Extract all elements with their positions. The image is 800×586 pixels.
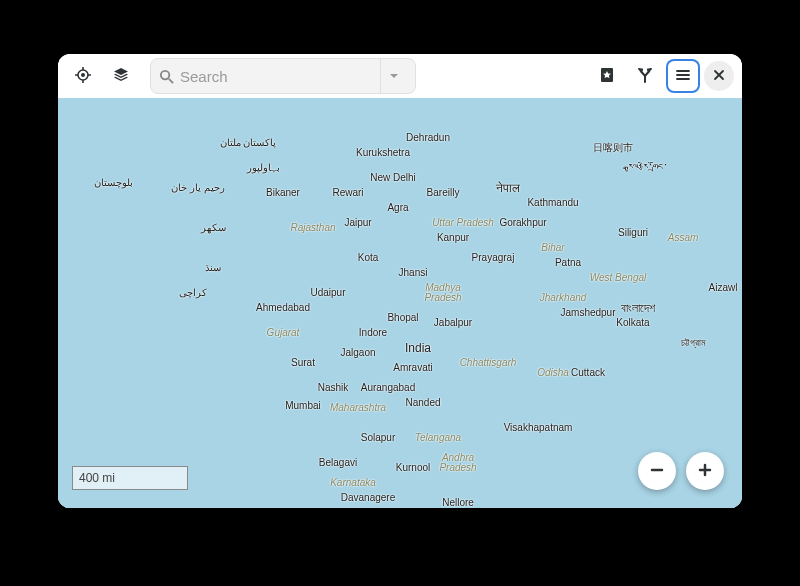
map-label: سنڌ [205,263,221,273]
minus-icon [649,462,665,481]
map-label: বাংলাদেশ [621,302,655,314]
map-label: Kathmandu [527,198,578,208]
header-bar [58,54,742,98]
map-label: Kota [358,253,379,263]
map-label: سکھر [201,223,226,233]
map-label: Indore [359,328,387,338]
map-label: رحيم يار خان [171,183,225,193]
search-input[interactable] [174,68,376,85]
map-label: Gujarat [267,328,300,338]
map-label: 日喀则市 [593,143,633,153]
map-label: Cuttack [571,368,605,378]
scale-label: 400 mi [79,471,115,485]
map-label: Jabalpur [434,318,472,328]
map-label: Belagavi [319,458,357,468]
layers-button[interactable] [104,59,138,93]
search-icon [159,69,174,84]
map-label: Rewari [332,188,363,198]
map-label: Aurangabad [361,383,416,393]
hamburger-icon [675,67,691,86]
map-label: চট্টগ্রাম [681,338,706,348]
map-label: West Bengal [590,273,647,283]
map-label: پاکستان ملتان [220,138,277,148]
plus-icon [697,462,713,481]
map-label: Agra [387,203,408,213]
zoom-in-button[interactable] [686,452,724,490]
map-label: Kolkata [616,318,649,328]
app-window: IndiaनेपालবাংলাদেশRajasthanGujaratMahara… [58,54,742,508]
search-field[interactable] [150,58,416,94]
search-dropdown[interactable] [380,59,407,93]
map-label: New Delhi [370,173,416,183]
map-label: Jamshedpur [560,308,615,318]
bookmark-star-icon [599,67,615,86]
map-label: Surat [291,358,315,368]
map-label: Bikaner [266,188,300,198]
map-label: Assam [668,233,699,243]
map-label: Udaipur [310,288,345,298]
close-button[interactable] [704,61,734,91]
map-label: Ahmedabad [256,303,310,313]
map-label: Patna [555,258,581,268]
map-label: بہاولپور [247,163,280,173]
svg-point-1 [82,73,84,75]
layers-icon [113,67,129,86]
map-label: Jaipur [344,218,371,228]
zoom-controls [638,452,724,490]
menu-button[interactable] [666,59,700,93]
map-label: Dehradun [406,133,450,143]
map-label: Jalgaon [340,348,375,358]
map-label: Odisha [537,368,569,378]
map-label: Nellore [442,498,474,508]
map-label: Amravati [393,363,432,373]
map-label: Karnataka [330,478,376,488]
map-label: Davanagere [341,493,395,503]
map-label: بلوچستان [94,178,133,188]
map-label: Uttar Pradesh [432,218,494,228]
scale-bar: 400 mi [72,466,188,490]
bookmarks-button[interactable] [590,59,624,93]
map-label: Gorakhpur [499,218,546,228]
map-label: Kurukshetra [356,148,410,158]
map-label: Telangana [415,433,461,443]
map-label: Rajasthan [290,223,335,233]
crosshair-icon [75,67,91,86]
map-label: Bihar [541,243,564,253]
route-fork-icon [637,67,653,86]
svg-point-2 [161,70,169,78]
map-label: Chhattisgarh [460,358,517,368]
map-label: India [405,342,431,354]
map-viewport[interactable]: IndiaनेपालবাংলাদেশRajasthanGujaratMahara… [58,98,742,508]
map-label: Bhopal [387,313,418,323]
locate-button[interactable] [66,59,100,93]
map-label: Siliguri [618,228,648,238]
map-label: Bareilly [427,188,460,198]
chevron-down-icon [389,67,399,85]
map-label: Maharashtra [330,403,386,413]
map-label: Mumbai [285,401,321,411]
map-label: नेपाल [496,182,520,194]
map-label: Kanpur [437,233,469,243]
map-label: Prayagraj [472,253,515,263]
map-label: MadhyaPradesh [424,283,461,303]
map-label: Jhansi [399,268,428,278]
map-label: Visakhapatnam [504,423,573,433]
map-label: Aizawl [709,283,738,293]
map-label: Nashik [318,383,349,393]
map-label: Nanded [405,398,440,408]
map-label: Kurnool [396,463,430,473]
route-button[interactable] [628,59,662,93]
map-label: Solapur [361,433,395,443]
zoom-out-button[interactable] [638,452,676,490]
map-label: AndhraPradesh [439,453,476,473]
map-label: རྒྱལ་རྩེ་གྲོང་ [628,163,668,173]
close-icon [713,69,725,84]
map-label: كراچى [179,288,207,298]
map-label: Jharkhand [540,293,587,303]
